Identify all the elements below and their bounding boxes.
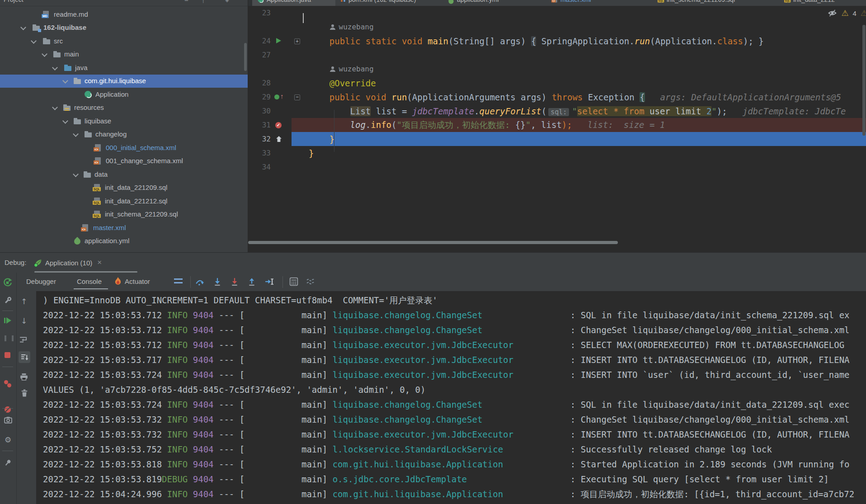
chevron-down-icon[interactable]	[73, 131, 79, 137]
tree-item-java[interactable]: java	[0, 61, 248, 75]
breakpoint-icon[interactable]: ✓	[275, 122, 282, 128]
next-occurrence-icon[interactable]: ↓	[21, 316, 27, 325]
code-line-29: 29 ↑ − public void run(ApplicationArgume…	[248, 90, 866, 104]
tree-scrollbar[interactable]	[244, 43, 247, 71]
tree-item-label: resources	[74, 104, 104, 111]
console-output[interactable]: ) ENGINE=InnoDB AUTO_INCREMENT=1 DEFAULT…	[36, 291, 866, 504]
hide-panel-icon[interactable]: +	[225, 0, 229, 4]
prev-occurrence-icon[interactable]: ↑	[21, 297, 27, 306]
person-icon	[329, 24, 336, 30]
fold-expand-icon[interactable]: +	[294, 38, 300, 44]
settings-wrench-icon[interactable]	[4, 297, 12, 304]
tab-master-xml[interactable]: master.xml	[547, 0, 654, 6]
tree-item-readme[interactable]: readme.md	[0, 8, 248, 21]
tab-init-schema-sql[interactable]: init_schema_221209.sql	[653, 0, 780, 6]
clear-console-trash-icon[interactable]	[21, 389, 28, 397]
highlighting-off-eye-icon[interactable]	[828, 9, 837, 18]
layout-settings-icon[interactable]	[174, 278, 183, 285]
tree-item-master-xml[interactable]: master.xml	[0, 221, 248, 235]
chevron-down-icon[interactable]	[62, 118, 68, 124]
override-arrow-icon[interactable]: ↑	[280, 92, 284, 100]
print-icon[interactable]	[20, 373, 28, 381]
soft-wrap-icon[interactable]	[19, 336, 28, 343]
tree-item-resources[interactable]: resources	[0, 101, 248, 114]
inspection-widget[interactable]: ⚠ 4 ⚠	[828, 8, 863, 18]
run-main-icon[interactable]	[276, 38, 281, 43]
console-line: 2022-12-22 15:03:53.732 INFO 9404 --- [ …	[36, 427, 866, 442]
run-to-cursor-icon[interactable]	[265, 278, 274, 286]
console-line: 2022-12-22 15:03:53.724 INFO 9404 --- [ …	[36, 367, 866, 382]
stop-icon[interactable]	[5, 352, 10, 358]
debugger-settings-gear-icon[interactable]: ⚙	[5, 435, 11, 444]
collapse-all-icon[interactable]: −	[184, 0, 188, 4]
tab-application-java[interactable]: Application.java	[252, 0, 336, 6]
tree-item-000-initial-schema[interactable]: 000_initial_schema.xml	[0, 141, 248, 155]
author-annotation-row: wuzebang	[248, 62, 866, 76]
tree-item-init-schema-221209[interactable]: init_schema_221209.sql	[0, 208, 248, 221]
tree-item-init-data-221212[interactable]: init_data_221212.sql	[0, 195, 248, 208]
tree-item-src[interactable]: src	[0, 35, 248, 48]
evaluate-expression-icon[interactable]	[289, 277, 298, 286]
debug-tool-window: Debug: Application (10) × Debugger Conso…	[0, 252, 866, 504]
force-step-into-icon[interactable]	[231, 278, 239, 286]
debug-session-tab[interactable]: Application (10) ×	[34, 255, 102, 270]
folder-icon	[84, 171, 91, 178]
view-breakpoints-icon[interactable]	[4, 380, 11, 387]
fold-collapse-icon[interactable]: −	[294, 94, 300, 100]
chevron-down-icon[interactable]	[20, 24, 26, 30]
resources-badge	[65, 108, 69, 112]
tab-init-data-sql[interactable]: init_data_2212	[780, 0, 866, 6]
resume-program-icon[interactable]	[4, 317, 11, 324]
folder-icon	[74, 118, 81, 125]
tab-console[interactable]: Console	[77, 278, 102, 285]
editor-area: Application.java pom.xml (162-liquibase)…	[248, 0, 866, 252]
tree-item-label: changelog	[95, 130, 127, 138]
toolbar-separator	[190, 276, 191, 288]
close-icon[interactable]: ×	[97, 258, 102, 267]
tree-item-162-liquibase[interactable]: 162-liquibase	[0, 21, 248, 34]
implementing-method-icon[interactable]	[274, 94, 279, 99]
step-over-icon[interactable]	[195, 278, 204, 286]
step-out-icon[interactable]	[248, 278, 256, 286]
tree-item-init-data-221209[interactable]: init_data_221209.sql	[0, 181, 248, 194]
muted-watches-icon[interactable]	[306, 278, 315, 285]
pause-program-icon[interactable]	[5, 335, 14, 341]
tree-item-application-yml[interactable]: application.yml	[0, 235, 248, 248]
tree-item-label: readme.md	[54, 10, 88, 18]
tab-application-yml[interactable]: application.yml	[443, 0, 547, 6]
tree-item-liquibase[interactable]: liquibase	[0, 115, 248, 128]
scroll-to-source-icon[interactable]: ↑	[202, 0, 205, 4]
tree-item-label: com.git.hui.liquibase	[85, 77, 146, 85]
scroll-to-end-icon[interactable]	[21, 353, 28, 361]
tab-pom-xml[interactable]: pom.xml (162-liquibase)	[335, 0, 443, 6]
tab-debugger[interactable]: Debugger	[26, 278, 56, 285]
rerun-icon[interactable]	[3, 278, 12, 287]
pin-tab-icon[interactable]	[4, 459, 12, 466]
chevron-down-icon[interactable]	[73, 171, 79, 177]
tree-item-package-selected[interactable]: com.git.hui.liquibase	[0, 75, 248, 88]
ide-window: Project − ↑ + readme.md 162-liquibase sr…	[0, 0, 866, 504]
chevron-down-icon[interactable]	[42, 51, 47, 57]
thread-dump-camera-icon[interactable]	[4, 416, 12, 424]
tree-item-data[interactable]: data	[0, 168, 248, 181]
chevron-down-icon[interactable]	[52, 65, 58, 71]
session-tab-underline	[34, 271, 137, 273]
console-line: 2022-12-22 15:03:53.732 INFO 9404 --- [ …	[36, 412, 866, 427]
tree-item-changelog[interactable]: changelog	[0, 128, 248, 141]
indent-guide	[334, 110, 334, 152]
editor-vertical-scrollbar[interactable]	[862, 25, 866, 136]
tab-actuator[interactable]: Actuator	[125, 278, 150, 285]
editor-horizontal-scrollbar[interactable]	[248, 241, 618, 244]
line-number: 29	[248, 93, 271, 101]
console-line: 2022-12-22 15:03:53.818 INFO 9404 --- [ …	[36, 457, 866, 472]
chevron-down-icon[interactable]	[52, 104, 58, 110]
console-line: 2022-12-22 15:03:53.712 INFO 9404 --- [ …	[36, 338, 866, 353]
chevron-down-icon[interactable]	[62, 78, 68, 84]
tree-item-application-class[interactable]: Application	[0, 88, 248, 101]
maven-file-icon	[340, 0, 346, 2]
step-into-icon[interactable]	[213, 278, 221, 286]
mute-breakpoints-icon[interactable]	[5, 406, 11, 413]
chevron-down-icon[interactable]	[31, 38, 37, 44]
tree-item-main[interactable]: main	[0, 48, 248, 61]
tree-item-001-change-schema[interactable]: 001_change_schema.xml	[0, 155, 248, 168]
